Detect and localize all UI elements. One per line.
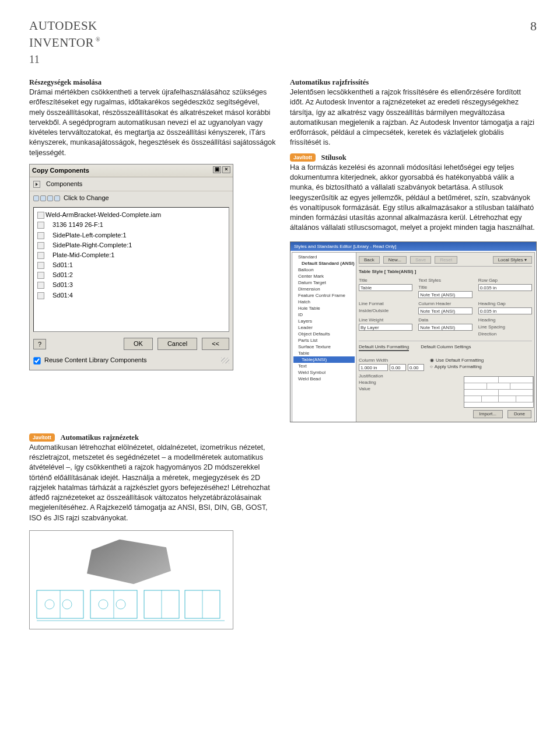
para-styles: Ha a formázás kezelési és azonnali módos… [290,163,537,233]
svg-point-4 [45,600,54,609]
pin-icon[interactable]: ▣ [213,166,221,173]
tree-item[interactable]: Feature Control Frame [293,292,355,299]
arrow-icon[interactable] [33,181,40,188]
tree-item[interactable]: Datum Target [293,279,355,286]
mode-label: Components [46,180,82,188]
precision-a[interactable]: 0.00 [390,364,406,371]
radio-apply-units[interactable]: ○ [430,363,433,370]
tree-node[interactable]: Sd01:1 [36,260,226,270]
value-label: Value [359,386,424,392]
tree-node[interactable]: Sd01:4 [36,290,226,300]
import-button[interactable]: Import... [473,410,503,418]
apply-units-label: Apply Units Formatting [435,363,482,370]
svg-point-5 [62,600,72,609]
dialog-title: Copy Components [32,166,89,175]
status-icons [33,195,60,201]
tree-item[interactable]: Leader [293,324,355,331]
filter-dropdown[interactable]: Local Styles ▾ [493,256,532,264]
ok-button[interactable]: OK [124,338,153,350]
tree-item[interactable]: Default Standard (ANSI) [293,260,355,267]
drawing-screenshot [29,530,233,629]
click-to-change-label: Click to Change [64,194,109,202]
tree-node[interactable]: SidePlate-Left-complete:1 [36,230,226,240]
column-width-input[interactable]: 1.000 in [359,364,388,371]
title-style-label: Title [418,284,472,290]
tree-item[interactable]: Center Mark [293,273,355,279]
tree-item[interactable]: Parts List [293,337,355,344]
precision-b[interactable]: 0.00 [408,364,424,371]
tree-item[interactable]: Hatch [293,299,355,305]
title-style-dropdown[interactable]: Note Text (ANSI) [418,291,472,298]
para-auto-views: Automatikusan létrehozhat elölnézetet, o… [29,443,276,523]
tab-default-units[interactable]: Default Units Formatting [359,344,409,351]
brand-version: 11 [29,52,100,67]
title-label: Title [359,277,412,284]
tree-node[interactable]: Weld-ArmBracket-Welded-Complete.iam [36,210,226,220]
drawing-titleblock [464,376,534,408]
isometric-model-icon [82,534,176,587]
heading-gap-input[interactable]: 0.035 in [478,307,532,314]
svg-point-6 [99,600,108,609]
para-copy-components: Drámai mértékben csökkentheti a tervek ú… [29,88,276,158]
section-header: Table Style [ Table(ANSI) ] [359,268,532,275]
row-gap-label: Row Gap [478,277,532,284]
use-default-label: Use Default Formatting [436,357,484,363]
tree-item-selected[interactable]: Table(ANSI) [293,356,355,363]
tree-item[interactable]: Weld Bead [293,376,355,382]
para-auto-refresh: Jelentősen lecsökkentheti a rajzok friss… [290,88,537,148]
tree-node[interactable]: Plate-Mid-Complete:1 [36,250,226,260]
tree-item[interactable]: ID [293,312,355,318]
brand-line1: AUTODESK [29,18,100,34]
back-button[interactable]: Back [359,256,380,264]
tree-item[interactable]: Balloon [293,267,355,273]
radio-use-default[interactable]: ◉ [430,357,434,363]
heading-styles: Stílusok [321,153,346,162]
heading2-label: Heading [359,379,424,386]
tree-node[interactable]: Sd01:3 [36,280,226,290]
heading-auto-views: Automatikus rajznézetek [61,433,139,442]
data-label: Data [418,317,472,323]
help-button[interactable]: ? [33,339,46,349]
tree-node[interactable]: Sd01:2 [36,270,226,280]
tree-item[interactable]: Surface Texture [293,344,355,350]
styles-editor-screenshot: Styles and Standards Editor [Library - R… [290,242,537,422]
heading-auto-refresh: Automatikus rajzfrissítés [290,78,369,86]
cancel-button[interactable]: Cancel [158,338,197,350]
direction-label: Direction [478,331,532,337]
tree-item[interactable]: Object Defaults [293,331,355,337]
reuse-label: Reuse Content Library Components [44,356,146,365]
tree-item[interactable]: Standard [293,254,355,260]
new-button[interactable]: New... [383,256,407,264]
svg-point-7 [116,600,125,609]
line-weight-label: Line Weight [359,317,412,323]
heading-copy-components: Részegységek másolása [29,78,102,86]
tree-item[interactable]: Table [293,350,355,356]
save-button: Save [410,256,431,264]
resize-grip-icon[interactable] [221,358,229,363]
line-weight-dropdown[interactable]: By Layer [359,324,412,331]
tab-default-columns[interactable]: Default Column Settings [421,344,471,351]
tree-item[interactable]: Text [293,363,355,369]
heading-label: Heading [478,317,532,323]
tree-item[interactable]: Hole Table [293,305,355,312]
col-header-dropdown[interactable]: Note Text (ANSI) [418,307,472,314]
component-tree[interactable]: Weld-ArmBracket-Welded-Complete.iam 3136… [33,207,229,332]
tree-item[interactable]: Weld Symbol [293,369,355,376]
tree-node[interactable]: 3136 1149 26-F:1 [36,220,226,230]
row-gap-input[interactable]: 0.035 in [478,284,532,291]
col-header-label: Column Header [418,300,472,307]
title-input[interactable]: Table [359,284,412,291]
done-button[interactable]: Done [508,410,531,418]
tree-item[interactable]: Layers [293,318,355,324]
improved-badge-2: Javított [29,433,55,442]
styles-tree[interactable]: Standard Default Standard (ANSI) Balloon… [292,253,356,422]
registered-mark: ® [96,36,100,44]
close-icon[interactable]: × [222,166,230,173]
data-dropdown[interactable]: Note Text (ANSI) [418,324,472,331]
reset-button: Reset [435,256,457,264]
tree-node[interactable]: SidePlate-Right-Complete:1 [36,240,226,250]
tree-item[interactable]: Dimension [293,286,355,292]
collapse-button[interactable]: << [202,338,229,350]
reuse-checkbox[interactable] [33,357,40,364]
copy-components-dialog: Copy Components ▣ × Components Click to … [29,164,233,370]
